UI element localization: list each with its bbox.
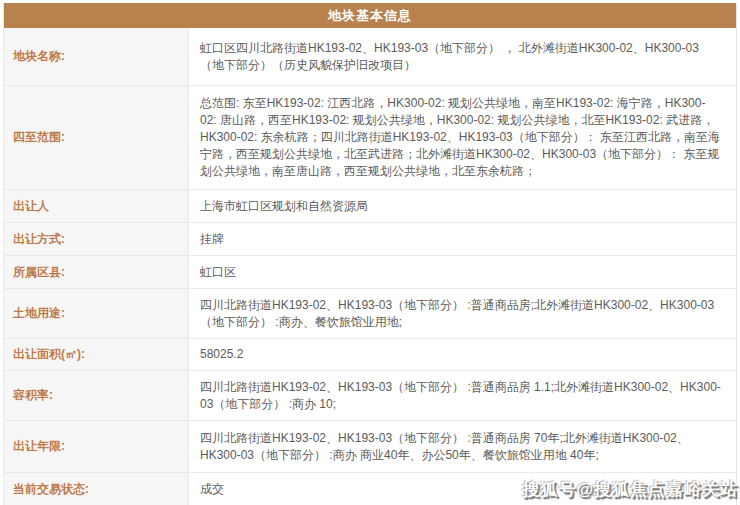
row-plot-ratio-label: 容积率: [4,371,189,420]
row-transferor-label: 出让人 [4,190,189,222]
row-transaction-status-value: 成交 [189,473,736,505]
row-district-label: 所属区县: [4,256,189,288]
row-transfer-area: 出让面积(㎡): 58025.2 [4,339,736,371]
row-plot-ratio: 容积率: 四川北路街道HK193-02、HK193-03（地下部分） :普通商品… [4,371,736,421]
row-land-use-label: 土地用途: [4,289,189,338]
parcel-info-table: 地块基本信息 地块名称: 虹口区四川北路街道HK193-02、HK193-03（… [3,3,737,505]
row-transaction-status-label: 当前交易状态: [4,473,189,505]
row-transfer-area-label: 出让面积(㎡): [4,339,189,370]
row-transaction-status: 当前交易状态: 成交 [4,473,736,505]
row-district: 所属区县: 虹口区 [4,256,736,289]
row-transfer-term-value: 四川北路街道HK193-02、HK193-03（地下部分） :普通商品房 70年… [189,421,736,472]
row-parcel-name-value: 虹口区四川北路街道HK193-02、HK193-03（地下部分） ， 北外滩街道… [189,28,736,85]
row-plot-ratio-value: 四川北路街道HK193-02、HK193-03（地下部分） :普通商品房 1.1… [189,371,736,420]
row-parcel-name: 地块名称: 虹口区四川北路街道HK193-02、HK193-03（地下部分） ，… [4,28,736,86]
row-land-use-value: 四川北路街道HK193-02、HK193-03（地下部分） :普通商品房;北外滩… [189,289,736,338]
row-boundaries-value: 总范围: 东至HK193-02: 江西北路，HK300-02: 规划公共绿地，南… [189,86,736,189]
page: 地块基本信息 地块名称: 虹口区四川北路街道HK193-02、HK193-03（… [0,0,740,505]
row-transfer-term: 出让年限: 四川北路街道HK193-02、HK193-03（地下部分） :普通商… [4,421,736,473]
row-district-value: 虹口区 [189,256,736,288]
row-boundaries-label: 四至范围: [4,86,189,189]
row-transfer-method: 出让方式: 挂牌 [4,223,736,256]
row-transferor: 出让人 上海市虹口区规划和自然资源局 [4,190,736,223]
row-boundaries: 四至范围: 总范围: 东至HK193-02: 江西北路，HK300-02: 规划… [4,86,736,190]
row-transfer-term-label: 出让年限: [4,421,189,472]
row-transferor-value: 上海市虹口区规划和自然资源局 [189,190,736,222]
row-transfer-method-value: 挂牌 [189,223,736,255]
row-transfer-area-value: 58025.2 [189,339,736,370]
row-parcel-name-label: 地块名称: [4,28,189,85]
row-land-use: 土地用途: 四川北路街道HK193-02、HK193-03（地下部分） :普通商… [4,289,736,339]
table-title: 地块基本信息 [4,3,736,28]
row-transfer-method-label: 出让方式: [4,223,189,255]
